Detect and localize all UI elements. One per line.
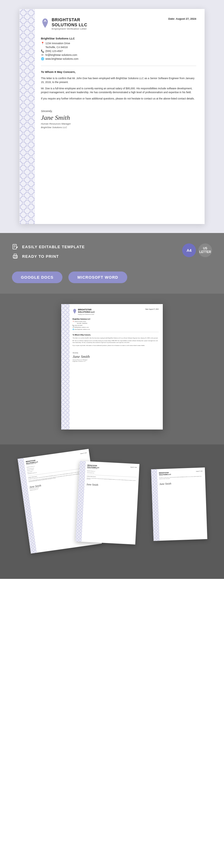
small-logo-text: BRIGHTSTAR SOLUTIONS LLC Employment Veri… [78, 309, 95, 315]
city-text: Techville, CA 94016 [45, 46, 68, 49]
tiny-header-3: BRIGHTSTAR SOLUTIONS LLC August 27, 2024 [159, 470, 202, 475]
tiny-content-3: BRIGHTSTAR SOLUTIONS LLC August 27, 2024… [157, 467, 207, 540]
small-logo-icon [72, 309, 77, 314]
tiny-date-1: August 27, 2024 [80, 452, 87, 458]
phone-line: 📞 (555) 123-4567 [41, 50, 196, 53]
small-letter-paper: BRIGHTSTAR SOLUTIONS LLC Employment Veri… [61, 304, 163, 430]
letter-paper: BRIGHTSTAR SOLUTIONS LLC Employment Veri… [20, 9, 204, 224]
date-label: Date: [168, 17, 175, 20]
badge-a4: A4 [182, 243, 196, 257]
tiny-logo-3: BRIGHTSTAR SOLUTIONS LLC [159, 472, 171, 475]
tiny-content-2: BRIGHTSTAR SOLUTIONS LLC Employment Veri… [82, 461, 139, 545]
tiny-header-2: BRIGHTSTAR SOLUTIONS LLC Employment Veri… [87, 464, 137, 471]
feature-row-1: EASILY EDITABLE TEMPLATE [12, 243, 85, 250]
scattered-paper-2: BRIGHTSTAR SOLUTIONS LLC Employment Veri… [75, 461, 139, 545]
company-name: BRIGHTSTAR [52, 17, 87, 22]
small-para-2: Mr. Doe is a full-time employee and is c… [72, 340, 159, 343]
badges-row: A4 USLETTER [182, 243, 212, 257]
tiny-date-2: August 27, 2024 [130, 467, 137, 471]
tiny-name2c: SOLUTIONS LLC [159, 473, 171, 475]
feature-text-2: READY TO PRINT [22, 254, 59, 259]
divider [41, 66, 196, 66]
small-date-value: August 27, 2024 [149, 309, 159, 310]
google-docs-button[interactable]: GOOGLE DOCS [12, 272, 62, 283]
svg-rect-5 [20, 9, 35, 224]
feature-row-2: READY TO PRINT [12, 253, 85, 259]
tiny-sig2: Jane Smith [86, 483, 136, 488]
small-date-label: Date: [145, 309, 149, 310]
small-subtitle: Employment Verification Letter [78, 314, 95, 315]
small-left-border [61, 304, 70, 430]
signature-area: Sincerely, Jane Smith Human Resources Ma… [41, 110, 196, 129]
website-text: www.brightstar-solutions.com [45, 57, 78, 60]
features-section: EASILY EDITABLE TEMPLATE READY TO PRINT [0, 233, 224, 293]
small-para-1: This letter is to confirm that Mr. John … [72, 337, 159, 339]
paragraph-3: If you require any further information o… [41, 97, 196, 101]
paragraph-2: Mr. Doe is a full-time employee and is c… [41, 87, 196, 94]
email-text: hr@brightstar-solutions.com [45, 54, 77, 57]
small-phone: 📞 (555) 123-4567 [72, 325, 159, 326]
print-icon [12, 253, 19, 259]
microsoft-word-button[interactable]: MICROSOFT WORD [68, 272, 127, 283]
phone-icon: 📞 [41, 50, 44, 53]
sender-company-name: BrightStar Solutions LLC [41, 37, 196, 40]
feature-text-1: EASILY EDITABLE TEMPLATE [22, 245, 85, 249]
badge-us: USLETTER [198, 243, 212, 257]
app-buttons: GOOGLE DOCS MICROSOFT WORD [12, 272, 212, 283]
small-divider [72, 332, 159, 332]
city-line: 📍 Techville, CA 94016 [41, 46, 196, 49]
letter-preview-section: BRIGHTSTAR SOLUTIONS LLC Employment Veri… [0, 0, 224, 233]
email-line: ✉ hr@brightstar-solutions.com [41, 54, 196, 57]
small-website: 🌐 www.brightstar-solutions.com [72, 329, 159, 330]
small-sig-title2: BrightStar Solutions LLC [72, 361, 159, 362]
svg-rect-19 [61, 304, 70, 430]
sender-info: BrightStar Solutions LLC 📍 1234 Innovati… [41, 37, 196, 60]
tiny-sig3: Jane Smith [159, 481, 203, 485]
phone-text: (555) 123-4567 [45, 50, 63, 53]
small-letter-content: BRIGHTSTAR SOLUTIONS LLC Employment Veri… [70, 304, 163, 430]
address-text: 1234 Innovation Drive [45, 42, 70, 45]
small-sincerely: Sincerely, [72, 352, 159, 354]
scattered-paper-3: BRIGHTSTAR SOLUTIONS LLC August 27, 2024… [151, 467, 207, 541]
signature-name: Jane Smith [41, 114, 196, 122]
company-name-2: SOLUTIONS LLC [52, 22, 87, 28]
salutation: To Whom It May Concern, [41, 70, 196, 73]
small-address: 📍 1234 Innovation Drive [72, 321, 159, 322]
tiny-logo-2: BRIGHTSTAR SOLUTIONS LLC Employment Veri… [87, 464, 99, 469]
letter-content: BRIGHTSTAR SOLUTIONS LLC Employment Veri… [35, 9, 204, 224]
logo-area: BRIGHTSTAR SOLUTIONS LLC Employment Veri… [41, 17, 87, 30]
small-preview-section: BRIGHTSTAR SOLUTIONS LLC Employment Veri… [0, 293, 224, 444]
tiny-p1c: This letter is to confirm that Mr. John … [159, 476, 203, 479]
location-icon: 📍 [41, 42, 44, 45]
sincerely: Sincerely, [41, 110, 196, 113]
small-company-name2: SOLUTIONS LLC [78, 311, 95, 313]
tiny-logo-1: BRIGHTSTAR SOLUTIONS LLC Employment Veri… [26, 459, 38, 465]
letter-date: Date: August 27, 2024 [168, 17, 196, 20]
edit-icon [12, 243, 19, 250]
email-icon: ✉ [41, 54, 44, 57]
scattered-section: BRIGHTSTAR SOLUTIONS LLC Employment Veri… [0, 444, 224, 579]
small-sender: BrightStar Solutions LLC [72, 318, 159, 320]
small-city: Techville, CA 94016 [72, 322, 159, 324]
logo-text: BRIGHTSTAR SOLUTIONS LLC Employment Veri… [52, 17, 87, 30]
letter-header: BRIGHTSTAR SOLUTIONS LLC Employment Veri… [41, 17, 196, 30]
small-date: Date: August 27, 2024 [145, 309, 159, 310]
letter-body: To Whom It May Concern, This letter is t… [41, 70, 196, 101]
svg-rect-6 [13, 244, 17, 249]
web-icon: 🌐 [41, 57, 44, 60]
signature-title: Human Resources Manager BrightStar Solut… [41, 122, 196, 129]
tiny-date-3: August 27, 2024 [196, 470, 202, 474]
small-email: ✉ hr@brightstar-solutions.com [72, 327, 159, 328]
features-inner: EASILY EDITABLE TEMPLATE READY TO PRINT [12, 243, 212, 283]
logo-icon [41, 18, 49, 28]
small-logo-area: BRIGHTSTAR SOLUTIONS LLC Employment Veri… [72, 309, 95, 315]
svg-point-13 [17, 256, 17, 256]
small-sig-name: Jane Smith [72, 354, 159, 359]
small-company-name1: BRIGHTSTAR [78, 309, 95, 311]
website-line: 🌐 www.brightstar-solutions.com [41, 57, 196, 60]
small-salutation: To Whom It May Concern, [72, 334, 159, 336]
letter-subtitle: Employment Verification Letter [52, 28, 87, 30]
paragraph-1: This letter is to confirm that Mr. John … [41, 76, 196, 84]
date-value: August 27, 2024 [175, 17, 196, 20]
sig-title-1: Human Resources Manager [41, 122, 196, 126]
